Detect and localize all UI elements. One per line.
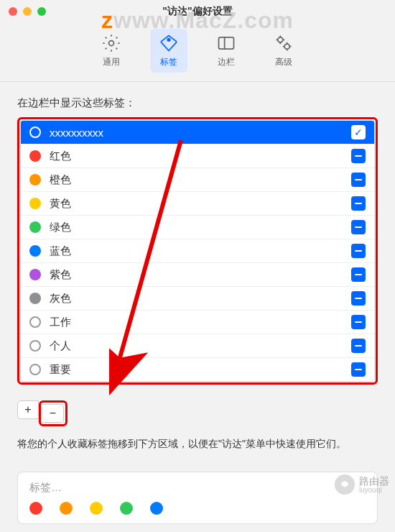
tag-row[interactable]: 黄色 [21,192,374,216]
section-label: 在边栏中显示这些标签： [17,96,378,110]
favorite-color-dot[interactable] [120,502,133,515]
tag-row[interactable]: 绿色 [21,216,374,239]
router-icon [335,474,355,495]
tag-name: 绿色 [50,221,343,234]
favorite-color-dot[interactable] [60,502,73,515]
tag-list: xxxxxxxxxx✓红色橙色黄色绿色蓝色紫色灰色工作个人重要 [20,120,375,382]
toolbar: 通用 标签 边栏 高级 [0,23,395,82]
tag-color-dot [29,150,41,162]
tag-color-dot [29,198,41,209]
zoom-icon[interactable] [37,7,46,16]
tag-name: 黄色 [50,197,343,211]
tag-name: 紫色 [50,268,343,282]
content: 在边栏中显示这些标签： xxxxxxxxxx✓红色橙色黄色绿色蓝色紫色灰色工作个… [0,82,395,459]
tag-checkbox[interactable] [351,291,366,306]
tag-color-dot [29,174,41,185]
help-text: 将您的个人收藏标签拖移到下方区域，以便在"访达"菜单中快速使用它们。 [17,436,378,451]
tag-color-dot [29,127,41,138]
tab-general[interactable]: 通用 [93,29,130,73]
tag-checkbox[interactable] [351,267,366,282]
highlight-selected-row: xxxxxxxxxx✓红色橙色黄色绿色蓝色紫色灰色工作个人重要 [17,117,378,385]
tag-name: xxxxxxxxxx [50,127,343,139]
tag-name: 个人 [50,339,343,353]
tag-checkbox[interactable] [351,196,366,211]
tag-checkbox[interactable] [351,244,366,258]
tag-checkbox[interactable] [351,339,366,353]
tag-row[interactable]: 灰色 [21,287,374,311]
tag-row[interactable]: 重要 [21,358,374,381]
titlebar: "访达"偏好设置 [0,0,395,23]
tag-checkbox[interactable] [351,362,366,377]
favorite-color-dot[interactable] [90,502,103,515]
side-watermark: 路由器 luyouqi [335,474,389,495]
tag-checkbox[interactable] [351,149,366,163]
tag-checkbox[interactable] [351,315,366,329]
tag-color-dot [29,364,41,375]
tag-color-dot [29,340,41,352]
tab-advanced[interactable]: 高级 [265,29,302,73]
favorites-panel[interactable]: 标签… [17,472,378,524]
close-icon[interactable] [9,7,17,16]
highlight-remove: − [39,400,68,426]
tab-sidebar[interactable]: 边栏 [208,29,245,73]
tab-tags[interactable]: 标签 [150,29,187,73]
tag-name: 灰色 [50,292,343,306]
remove-button[interactable]: − [42,404,64,423]
tag-row[interactable]: 橙色 [21,168,374,192]
tag-color-dot [29,269,41,280]
button-bar: + − [17,400,378,426]
sidebar-icon [216,33,236,53]
window-title: "访达"偏好设置 [162,5,232,18]
favorite-color-dot[interactable] [150,502,163,515]
tag-name: 蓝色 [50,244,343,258]
tag-color-dot [29,245,41,257]
tag-checkbox[interactable] [351,173,366,187]
tag-row[interactable]: 工作 [21,311,374,334]
tag-checkbox[interactable]: ✓ [351,125,366,139]
tag-row[interactable]: 红色 [21,145,374,168]
svg-point-1 [167,39,170,42]
svg-point-0 [109,41,114,46]
gear-icon [101,33,121,53]
tag-name: 重要 [50,363,343,377]
tag-icon [159,33,179,53]
tag-name: 橙色 [50,173,343,187]
favorite-color-dot[interactable] [29,502,42,515]
add-button[interactable]: + [17,400,39,419]
tag-name: 工作 [50,316,343,329]
tag-color-dot [29,293,41,304]
tag-row[interactable]: xxxxxxxxxx✓ [21,121,374,145]
tag-row[interactable]: 紫色 [21,263,374,287]
tag-row[interactable]: 个人 [21,334,374,358]
svg-point-4 [278,37,283,42]
favorites-label: 标签… [29,481,366,495]
tag-color-dot [29,221,41,233]
svg-point-5 [284,44,289,49]
window-controls [9,7,46,16]
minimize-icon[interactable] [23,7,32,16]
tag-color-dot [29,316,41,328]
tag-name: 红色 [50,150,343,163]
favorites-dots [29,502,366,515]
svg-rect-2 [219,37,234,49]
tag-checkbox[interactable] [351,220,366,234]
tag-row[interactable]: 蓝色 [21,239,374,263]
gears-icon [274,33,294,53]
